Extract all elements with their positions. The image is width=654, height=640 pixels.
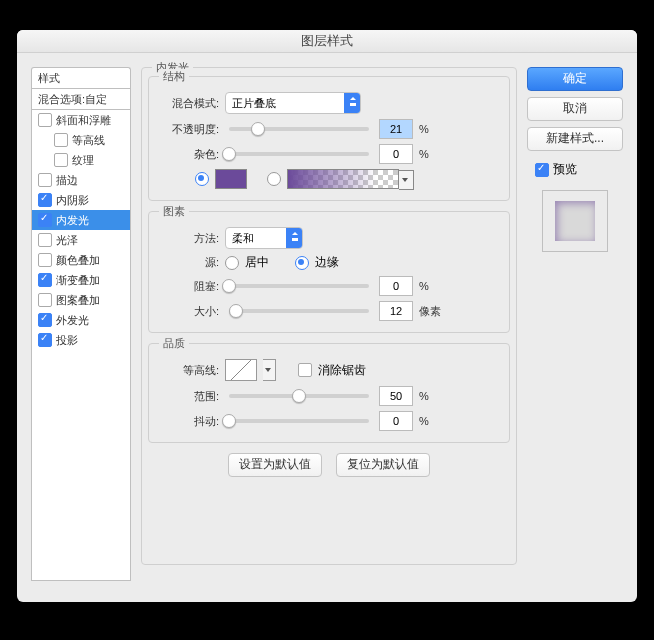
choke-slider[interactable] (229, 284, 369, 288)
blend-mode-select[interactable]: 正片叠底 (225, 92, 361, 114)
noise-input[interactable]: 0 (379, 144, 413, 164)
percent-unit: % (419, 123, 443, 135)
contour-dropdown[interactable] (263, 359, 276, 381)
gradient-dropdown[interactable] (399, 170, 414, 190)
style-item[interactable]: 描边 (32, 170, 130, 190)
new-style-button[interactable]: 新建样式... (527, 127, 623, 151)
titlebar: 图层样式 (17, 30, 637, 53)
quality-title: 品质 (159, 336, 189, 351)
jitter-input[interactable]: 0 (379, 411, 413, 431)
source-edge-radio[interactable] (295, 256, 309, 270)
structure-title: 结构 (159, 69, 189, 84)
set-default-button[interactable]: 设置为默认值 (228, 453, 322, 477)
style-checkbox[interactable] (38, 313, 52, 327)
jitter-slider[interactable] (229, 419, 369, 423)
style-checkbox[interactable] (38, 333, 52, 347)
style-label: 投影 (56, 333, 78, 348)
style-label: 描边 (56, 173, 78, 188)
choke-label: 阻塞: (159, 279, 219, 294)
styles-header[interactable]: 样式 (31, 67, 131, 88)
blend-mode-label: 混合模式: (159, 96, 219, 111)
range-input[interactable]: 50 (379, 386, 413, 406)
source-edge-label: 边缘 (315, 254, 339, 271)
style-label: 光泽 (56, 233, 78, 248)
style-checkbox[interactable] (38, 113, 52, 127)
styles-list: 斜面和浮雕等高线纹理描边内阴影内发光光泽颜色叠加渐变叠加图案叠加外发光投影 (31, 110, 131, 581)
style-item[interactable]: 纹理 (32, 150, 130, 170)
style-item[interactable]: 颜色叠加 (32, 250, 130, 270)
color-radio-gradient[interactable] (267, 172, 281, 186)
percent-unit: % (419, 280, 443, 292)
ok-button[interactable]: 确定 (527, 67, 623, 91)
opacity-label: 不透明度: (159, 122, 219, 137)
size-input[interactable]: 12 (379, 301, 413, 321)
style-item[interactable]: 投影 (32, 330, 130, 350)
source-label: 源: (159, 255, 219, 270)
style-item[interactable]: 等高线 (32, 130, 130, 150)
method-label: 方法: (159, 231, 219, 246)
slider-thumb[interactable] (292, 389, 306, 403)
preview-thumbnail (555, 201, 595, 241)
opacity-slider[interactable] (229, 127, 369, 131)
style-item[interactable]: 斜面和浮雕 (32, 110, 130, 130)
noise-slider[interactable] (229, 152, 369, 156)
style-label: 图案叠加 (56, 293, 100, 308)
color-radio-solid[interactable] (195, 172, 209, 186)
method-select[interactable]: 柔和 (225, 227, 303, 249)
style-checkbox[interactable] (38, 253, 52, 267)
style-checkbox[interactable] (54, 153, 68, 167)
style-item[interactable]: 图案叠加 (32, 290, 130, 310)
gradient-swatch[interactable] (287, 169, 399, 189)
style-label: 等高线 (72, 133, 105, 148)
style-checkbox[interactable] (54, 133, 68, 147)
percent-unit: % (419, 415, 443, 427)
style-item[interactable]: 光泽 (32, 230, 130, 250)
quality-group: 品质 等高线: 消除锯齿 范围: 50 % (148, 343, 510, 443)
style-label: 外发光 (56, 313, 89, 328)
style-checkbox[interactable] (38, 213, 52, 227)
styles-column: 样式 混合选项:自定 斜面和浮雕等高线纹理描边内阴影内发光光泽颜色叠加渐变叠加图… (31, 67, 131, 589)
style-item[interactable]: 外发光 (32, 310, 130, 330)
source-center-radio[interactable] (225, 256, 239, 270)
style-checkbox[interactable] (38, 233, 52, 247)
contour-label: 等高线: (159, 363, 219, 378)
elements-group: 图素 方法: 柔和 源: 居中 边缘 阻塞: (148, 211, 510, 333)
color-swatch[interactable] (215, 169, 247, 189)
choke-input[interactable]: 0 (379, 276, 413, 296)
range-slider[interactable] (229, 394, 369, 398)
slider-thumb[interactable] (222, 414, 236, 428)
cancel-button[interactable]: 取消 (527, 97, 623, 121)
anti-alias-label: 消除锯齿 (318, 362, 366, 379)
preview-checkbox[interactable] (535, 163, 549, 177)
style-label: 渐变叠加 (56, 273, 100, 288)
contour-picker[interactable] (225, 359, 257, 381)
inner-glow-panel: 内发光 结构 混合模式: 正片叠底 不透明度: 21 % 杂色: (141, 67, 517, 565)
action-column: 确定 取消 新建样式... 预览 (527, 67, 623, 589)
slider-thumb[interactable] (222, 147, 236, 161)
settings-column: 内发光 结构 混合模式: 正片叠底 不透明度: 21 % 杂色: (141, 67, 517, 589)
preview-box (542, 190, 608, 252)
style-item[interactable]: 渐变叠加 (32, 270, 130, 290)
style-checkbox[interactable] (38, 293, 52, 307)
slider-thumb[interactable] (251, 122, 265, 136)
style-item[interactable]: 内阴影 (32, 190, 130, 210)
style-checkbox[interactable] (38, 173, 52, 187)
noise-label: 杂色: (159, 147, 219, 162)
elements-title: 图素 (159, 204, 189, 219)
size-slider[interactable] (229, 309, 369, 313)
anti-alias-checkbox[interactable] (298, 363, 312, 377)
slider-thumb[interactable] (222, 279, 236, 293)
style-label: 内阴影 (56, 193, 89, 208)
style-checkbox[interactable] (38, 273, 52, 287)
style-label: 斜面和浮雕 (56, 113, 111, 128)
opacity-input[interactable]: 21 (379, 119, 413, 139)
style-checkbox[interactable] (38, 193, 52, 207)
reset-default-button[interactable]: 复位为默认值 (336, 453, 430, 477)
blend-options-row[interactable]: 混合选项:自定 (31, 88, 131, 110)
slider-thumb[interactable] (229, 304, 243, 318)
style-item[interactable]: 内发光 (32, 210, 130, 230)
percent-unit: % (419, 390, 443, 402)
style-label: 颜色叠加 (56, 253, 100, 268)
range-label: 范围: (159, 389, 219, 404)
px-unit: 像素 (419, 304, 443, 319)
